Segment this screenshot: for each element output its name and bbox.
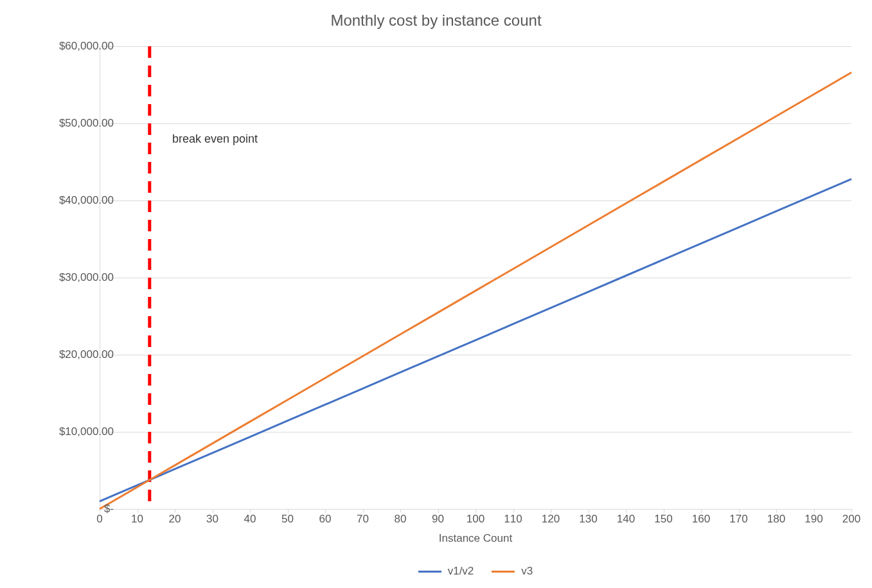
x-tick-label: 60 (306, 513, 344, 526)
x-tick-label: 130 (569, 513, 608, 526)
break-even-annotation: break even point (172, 132, 258, 146)
legend-swatch-icon (418, 571, 441, 573)
legend-label: v3 (521, 565, 533, 578)
x-tick-label: 20 (156, 513, 194, 526)
legend: v1/v2 v3 (100, 562, 851, 581)
chart: Monthly cost by instance count (0, 0, 872, 588)
x-tick-label: 80 (381, 513, 420, 526)
x-tick-label: 190 (795, 513, 833, 526)
x-tick-label: 70 (344, 513, 382, 526)
x-tick-label: 30 (193, 513, 232, 526)
y-tick-label: $30,000.00 (30, 271, 114, 284)
x-tick-label: 140 (607, 513, 645, 526)
y-tick-label: $60,000.00 (30, 40, 114, 53)
x-tick-label: 150 (645, 513, 683, 526)
x-tick-label: 50 (269, 513, 307, 526)
chart-title: Monthly cost by instance count (0, 12, 872, 30)
x-tick-label: 10 (118, 513, 157, 526)
y-tick-label: $10,000.00 (30, 425, 114, 438)
x-tick-label: 120 (531, 513, 570, 526)
legend-swatch-icon (492, 571, 515, 573)
legend-label: v1/v2 (448, 565, 474, 578)
y-tick-label: $- (30, 503, 114, 515)
series-v3-line (100, 46, 851, 509)
y-tick-label: $50,000.00 (30, 117, 114, 130)
x-tick-label: 40 (231, 513, 269, 526)
y-tick-label: $20,000.00 (30, 348, 114, 361)
x-tick-label: 160 (682, 513, 720, 526)
x-tick-label: 180 (757, 513, 796, 526)
legend-item-v1v2: v1/v2 (418, 565, 474, 578)
x-tick-label: 170 (720, 513, 758, 526)
x-tick-label: 100 (456, 513, 495, 526)
x-tick-label: 200 (832, 513, 871, 526)
x-tick-label: 90 (419, 513, 458, 526)
legend-item-v3: v3 (492, 565, 533, 578)
x-axis-label: Instance Count (100, 532, 851, 545)
x-tick-label: 110 (494, 513, 533, 526)
y-tick-label: $40,000.00 (30, 194, 114, 207)
plot-area: break even point 0 10 20 30 40 50 60 70 … (100, 46, 851, 509)
